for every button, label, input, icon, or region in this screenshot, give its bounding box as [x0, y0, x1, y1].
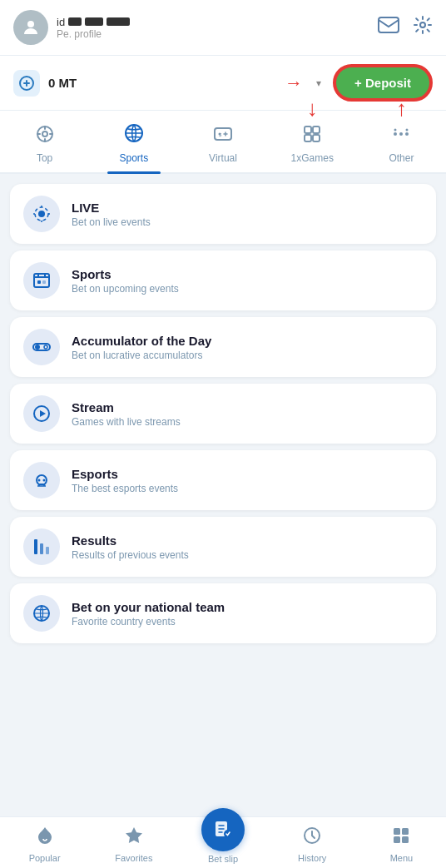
history-icon — [302, 826, 322, 851]
svg-rect-1 — [379, 17, 399, 32]
mail-icon[interactable] — [378, 17, 399, 38]
stream-title: Stream — [72, 400, 181, 414]
menu-item-national[interactable]: Bet on your national team Favorite count… — [10, 583, 436, 643]
results-title: Results — [72, 533, 189, 548]
nav-tabs: Top Sports $ Virtual ↓ — [0, 111, 446, 174]
accumulator-title: Accumulator of the Day — [72, 334, 211, 348]
esports-title: Esports — [72, 467, 178, 481]
national-icon — [23, 595, 60, 632]
bottom-nav-history[interactable]: History — [268, 822, 357, 863]
svg-point-0 — [27, 21, 34, 27]
bottom-nav-favorites[interactable]: Favorites — [89, 822, 178, 863]
esports-text: Esports The best esports events — [72, 467, 178, 494]
svg-point-25 — [35, 345, 40, 350]
svg-rect-10 — [305, 126, 311, 133]
id-bar-2 — [85, 17, 103, 26]
favorites-label: Favorites — [115, 853, 152, 863]
betslip-label: Bet slip — [208, 854, 238, 864]
sports-menu-title: Sports — [72, 267, 179, 281]
svg-point-15 — [399, 132, 403, 136]
bottom-nav-menu[interactable]: Menu — [357, 822, 446, 863]
svg-rect-31 — [34, 539, 37, 554]
deposit-button[interactable]: + Deposit — [336, 67, 429, 98]
nav-tab-1xgames[interactable]: ↓ 1xGames — [268, 119, 357, 172]
svg-rect-32 — [40, 543, 43, 554]
svg-marker-28 — [40, 410, 46, 417]
sports-menu-icon — [23, 262, 60, 299]
menu-item-live[interactable]: LIVE Bet on live events — [10, 184, 436, 244]
1xgames-label: 1xGames — [291, 152, 334, 164]
betslip-circle — [201, 808, 245, 851]
svg-rect-41 — [394, 836, 400, 843]
stream-subtitle: Games with live streams — [72, 416, 181, 428]
svg-point-17 — [394, 129, 397, 131]
live-text: LIVE Bet on live events — [72, 201, 151, 228]
stream-icon — [23, 395, 60, 432]
balance-bar: 0 MT → ▾ + Deposit — [0, 56, 446, 111]
avatar[interactable] — [13, 10, 48, 45]
menu-label: Menu — [390, 853, 414, 863]
top-icon — [35, 124, 55, 149]
user-id: id — [57, 16, 130, 28]
svg-rect-33 — [46, 547, 49, 554]
results-icon — [23, 528, 60, 565]
nav-tab-virtual[interactable]: $ Virtual — [178, 119, 267, 172]
svg-point-29 — [38, 479, 41, 482]
id-bar-1 — [68, 17, 82, 26]
sports-icon — [123, 122, 145, 149]
other-icon — [391, 124, 411, 149]
bottom-nav-popular[interactable]: Popular — [0, 822, 89, 863]
accumulator-text: Accumulator of the Day Bet on lucrative … — [72, 334, 211, 361]
menu-item-stream[interactable]: Stream Games with live streams — [10, 384, 436, 444]
balance-icon — [13, 70, 40, 97]
top-label: Top — [37, 152, 52, 164]
svg-point-14 — [394, 132, 397, 136]
header-left: id Pe. profile — [13, 10, 130, 45]
svg-point-18 — [406, 129, 409, 131]
svg-rect-23 — [42, 280, 46, 284]
nav-tab-other[interactable]: ↑ Other — [357, 119, 446, 172]
bottom-nav-betslip[interactable]: Bet slip — [178, 821, 267, 864]
menu-item-accumulator[interactable]: Accumulator of the Day Bet on lucrative … — [10, 317, 436, 377]
popular-icon — [35, 826, 55, 851]
balance-dropdown-arrow[interactable]: ▾ — [316, 77, 321, 89]
svg-point-26 — [44, 345, 47, 349]
svg-rect-13 — [313, 135, 320, 141]
settings-icon[interactable] — [413, 15, 433, 40]
favorites-icon — [124, 826, 144, 851]
live-subtitle: Bet on live events — [72, 216, 151, 228]
svg-marker-35 — [126, 827, 142, 843]
results-subtitle: Results of previous events — [72, 549, 189, 561]
virtual-label: Virtual — [209, 152, 237, 164]
user-info: id Pe. profile — [57, 16, 130, 40]
menu-item-esports[interactable]: Esports The best esports events — [10, 450, 436, 510]
accumulator-icon — [23, 329, 60, 365]
header-icons — [378, 15, 433, 40]
svg-rect-12 — [305, 135, 311, 141]
menu-item-results[interactable]: Results Results of previous events — [10, 517, 436, 577]
svg-point-5 — [42, 131, 47, 136]
header: id Pe. profile — [0, 0, 446, 56]
deposit-wrapper: + Deposit — [333, 64, 433, 102]
menu-icon — [391, 826, 411, 851]
svg-rect-42 — [402, 836, 409, 843]
arrow-to-dropdown: → — [285, 72, 303, 94]
virtual-icon: $ — [213, 124, 233, 149]
svg-point-30 — [43, 479, 46, 482]
svg-rect-22 — [37, 280, 41, 284]
sports-text: Sports Bet on upcoming events — [72, 267, 179, 295]
id-bar-3 — [107, 17, 130, 26]
live-title: LIVE — [72, 201, 151, 215]
nav-tab-sports[interactable]: Sports — [89, 117, 178, 172]
national-text: Bet on your national team Favorite count… — [72, 600, 225, 627]
menu-item-sports[interactable]: Sports Bet on upcoming events — [10, 250, 436, 310]
svg-point-19 — [38, 211, 45, 217]
national-title: Bet on your national team — [72, 600, 225, 614]
nav-tab-top[interactable]: Top — [0, 119, 89, 172]
main-content: LIVE Bet on live events Sports Bet on up… — [0, 174, 446, 831]
balance-amount: 0 MT — [48, 76, 276, 90]
bottom-nav: Popular Favorites Bet slip — [0, 816, 446, 868]
esports-subtitle: The best esports events — [72, 483, 178, 494]
svg-point-2 — [420, 22, 425, 27]
history-label: History — [298, 853, 326, 863]
